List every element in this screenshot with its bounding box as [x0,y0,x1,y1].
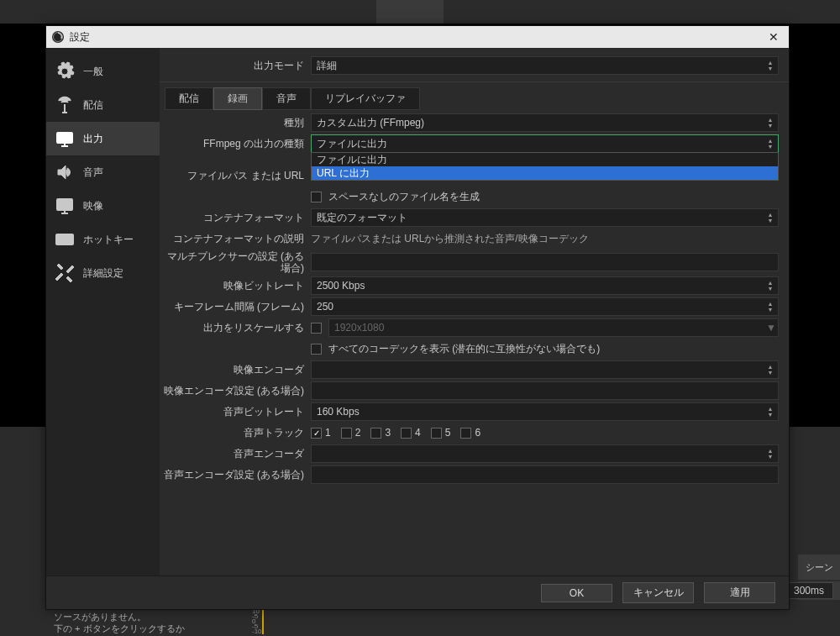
rescale-value: 1920x1080 [334,322,384,334]
tab-replay-buffer[interactable]: リプレイバッファ [311,87,420,110]
no-source-line1: ソースがありません。 [54,611,185,623]
keyframe-input[interactable]: 250 ▲▼ [311,297,779,316]
rescale-checkbox[interactable] [311,323,322,334]
scene-header-fragment: シーン [798,555,840,580]
audio-bitrate-input[interactable]: 160 Kbps ▲▼ [311,402,779,421]
updown-icon: ▲▼ [764,277,776,294]
audio-enc-set-label: 音声エンコーダ設定 (ある場合) [160,469,311,481]
track-1-checkbox[interactable] [311,428,322,439]
container-label: コンテナフォーマット [160,212,311,223]
track-4-checkbox[interactable] [401,428,412,439]
audio-bitrate-label: 音声ビットレート [160,406,311,418]
video-bitrate-input[interactable]: 2500 Kbps ▲▼ [311,276,779,295]
obs-icon [51,30,65,44]
recording-form: 種別 カスタム出力 (FFmpeg) ▲▼ FFmpeg の出力の種類 ファイル… [160,110,789,490]
type-value: カスタム出力 (FFmpeg) [317,116,424,130]
parent-footer: ソースがありません。 下の + ボタンをクリックするか 10 -5 0 -5 -… [0,607,840,636]
audio-enc-set-input[interactable] [311,465,779,484]
track-num: 2 [355,427,361,439]
filepath-label: ファイルパス または URL [160,170,311,181]
output-tabs: 配信 録画 音声 リプレイバッファ [160,87,789,110]
allcodec-checkbox[interactable] [311,344,322,355]
antenna-icon [55,95,75,115]
output-mode-select[interactable]: 詳細 ▲▼ [311,56,779,75]
updown-icon: ▲▼ [764,361,776,378]
tab-stream[interactable]: 配信 [165,87,213,110]
output-mode-value: 詳細 [317,59,337,73]
settings-main: 出力モード 詳細 ▲▼ 配信 録画 音声 リプレイバッファ 種別 カス [160,48,789,576]
tab-record[interactable]: 録画 [213,87,262,110]
sidebar-item-label: 出力 [83,132,103,146]
container-desc-label: コンテナフォーマットの説明 [160,233,311,244]
close-button[interactable]: ✕ [764,30,784,44]
type-select[interactable]: カスタム出力 (FFmpeg) ▲▼ [311,113,779,132]
video-bitrate-label: 映像ビットレート [160,280,311,292]
settings-sidebar: 一般 配信 出力 音声 映像 ホットキー [46,48,160,576]
monitor-out-icon [55,129,75,149]
track-5-checkbox[interactable] [431,428,442,439]
sidebar-item-output[interactable]: 出力 [46,122,160,155]
sidebar-item-hotkeys[interactable]: ホットキー [46,223,160,256]
updown-icon: ▲▼ [764,135,776,152]
updown-icon: ▲▼ [764,57,776,74]
sidebar-item-advanced[interactable]: 詳細設定 [46,256,160,290]
container-value: 既定のフォーマット [317,211,407,225]
audio-track-list: 1 2 3 4 5 6 [311,427,480,439]
sidebar-item-audio[interactable]: 音声 [46,155,160,189]
video-enc-set-label: 映像エンコーダ設定 (ある場合) [160,385,311,397]
sidebar-item-label: 映像 [83,199,103,213]
mux-input[interactable] [311,253,779,271]
output-mode-label: 出力モード [160,59,311,73]
gear-icon [55,61,75,81]
track-2-checkbox[interactable] [341,428,352,439]
keyboard-icon [55,229,75,250]
duration-value[interactable]: 300ms [785,582,833,599]
dialog-title: 設定 [70,30,764,45]
video-enc-label: 映像エンコーダ [160,364,311,376]
tab-audio[interactable]: 音声 [262,87,311,110]
sidebar-item-label: 音声 [83,166,103,180]
sidebar-item-video[interactable]: 映像 [46,189,160,223]
updown-icon: ▲▼ [764,114,776,131]
speaker-icon [55,162,75,182]
no-source-line2: 下の + ボタンをクリックするか [54,623,185,634]
keyframe-value: 250 [317,301,333,313]
cancel-button[interactable]: キャンセル [622,582,694,603]
ffmpeg-output-type-label: FFmpeg の出力の種類 [160,138,311,150]
track-3-checkbox[interactable] [370,428,381,439]
chevron-down-icon: ▼ [766,322,776,334]
svg-rect-3 [57,199,72,210]
ffmpeg-output-type-dropdown[interactable]: ファイルに出力 URL に出力 [311,152,779,181]
ok-button[interactable]: OK [541,584,612,602]
ffmpeg-output-type-select[interactable]: ファイルに出力 ▲▼ [311,134,779,153]
sidebar-item-label: ホットキー [83,233,134,247]
allcodec-label: すべてのコーデックを表示 (潜在的に互換性がない場合でも) [328,342,600,356]
video-enc-set-input[interactable] [311,381,779,400]
updown-icon: ▲▼ [764,298,776,315]
video-enc-select[interactable]: ▲▼ [311,360,779,379]
parent-window-tab [376,0,444,24]
updown-icon: ▲▼ [764,403,776,420]
monitor-icon [55,196,75,216]
mux-label: マルチプレクサーの設定 (ある場合) [160,250,311,274]
updown-icon: ▲▼ [764,209,776,226]
meter-tick: -10 [252,628,262,635]
track-num: 6 [475,427,480,439]
ffmpeg-output-type-value: ファイルに出力 [317,137,387,151]
sidebar-item-general[interactable]: 一般 [46,55,160,88]
audio-track-label: 音声トラック [160,427,311,439]
container-desc-value: ファイルパスまたは URLから推測された音声/映像コーデック [311,232,589,246]
nospace-checkbox[interactable] [311,192,322,202]
sidebar-item-stream[interactable]: 配信 [46,88,160,122]
type-label: 種別 [160,117,311,129]
divider [160,81,789,82]
dropdown-option-file[interactable]: ファイルに出力 [312,153,778,166]
apply-button[interactable]: 適用 [704,582,775,603]
dropdown-option-url[interactable]: URL に出力 [312,166,778,180]
audio-enc-select[interactable]: ▲▼ [311,444,779,463]
container-select[interactable]: 既定のフォーマット ▲▼ [311,208,779,227]
track-6-checkbox[interactable] [460,428,471,439]
track-num: 4 [415,427,421,439]
no-source-message: ソースがありません。 下の + ボタンをクリックするか [54,611,185,634]
updown-icon: ▲▼ [764,445,776,462]
